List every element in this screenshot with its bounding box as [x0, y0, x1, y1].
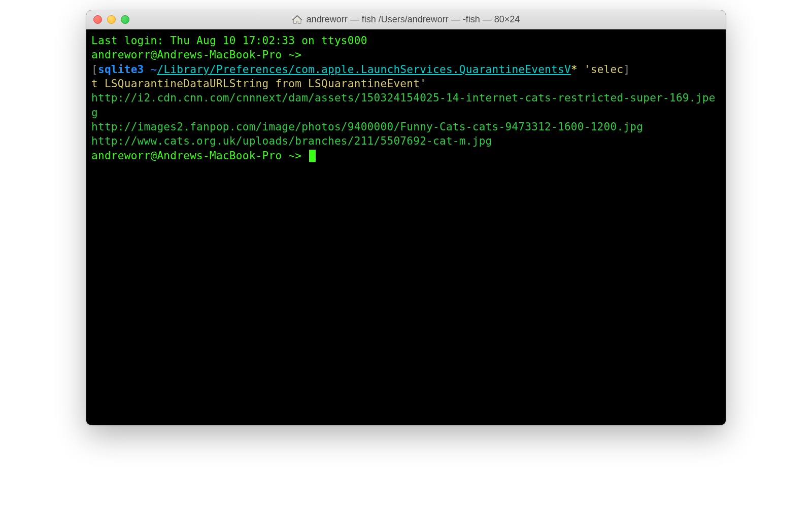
- output-line-1: http://i2.cdn.cnn.com/cnnnext/dam/assets…: [91, 92, 716, 118]
- command-query-2: t LSQuarantineDataURLString from LSQuara…: [91, 78, 426, 90]
- command-path: /Library/Preferences/com.apple.LaunchSer…: [157, 63, 570, 76]
- output-line-3: http://www.cats.org.uk/uploads/branches/…: [91, 135, 492, 147]
- minimize-button[interactable]: [107, 15, 116, 24]
- terminal-body[interactable]: Last login: Thu Aug 10 17:02:33 on ttys0…: [86, 29, 726, 425]
- output-line-2: http://images2.fanpop.com/image/photos/9…: [91, 121, 643, 133]
- command-sqlite: sqlite3: [98, 63, 144, 76]
- close-button[interactable]: [93, 15, 102, 24]
- terminal-window: andreworr — fish /Users/andreworr — -fis…: [86, 10, 726, 425]
- bracket-close: ]: [623, 63, 630, 76]
- prompt-line-2: andreworr@Andrews-MacBook-Pro ~>: [91, 150, 308, 162]
- cursor: [309, 150, 316, 162]
- traffic-lights: [93, 15, 129, 24]
- home-icon: [292, 15, 302, 24]
- window-title: andreworr — fish /Users/andreworr — -fis…: [292, 14, 520, 25]
- command-tilde: ~: [151, 63, 157, 76]
- window-titlebar[interactable]: andreworr — fish /Users/andreworr — -fis…: [86, 10, 726, 29]
- command-query-1: 'selec: [578, 63, 624, 76]
- window-title-text: andreworr — fish /Users/andreworr — -fis…: [307, 14, 520, 25]
- last-login-line: Last login: Thu Aug 10 17:02:33 on ttys0…: [91, 34, 367, 47]
- prompt-line-1: andreworr@Andrews-MacBook-Pro ~>: [91, 49, 301, 61]
- command-glob: *: [571, 63, 578, 76]
- bracket-open: [: [91, 63, 98, 76]
- maximize-button[interactable]: [121, 15, 129, 24]
